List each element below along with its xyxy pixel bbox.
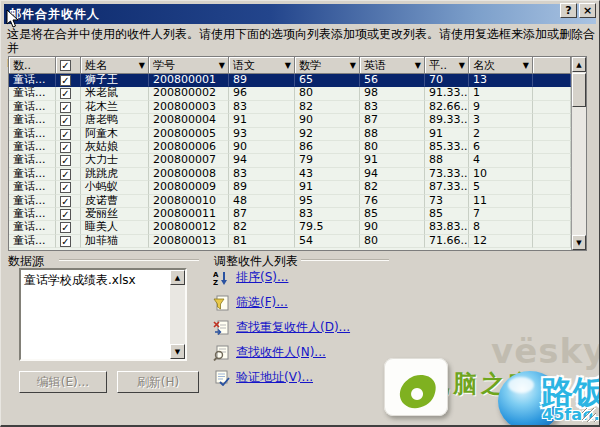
recipient-checkbox[interactable]: ✓: [60, 102, 71, 113]
cell-english: 88: [360, 128, 425, 141]
column-header-source[interactable]: 数..: [9, 57, 56, 74]
column-header-chinese[interactable]: 语文▼: [229, 57, 295, 74]
recipient-checkbox[interactable]: ✓: [60, 209, 71, 220]
select-all-checkbox[interactable]: ✓: [60, 60, 71, 71]
cell-chinese: 89: [229, 74, 295, 87]
scroll-up-icon[interactable]: ▲: [170, 270, 185, 285]
recipient-checkbox[interactable]: ✓: [60, 115, 71, 126]
column-header-english[interactable]: 英语▼: [360, 57, 425, 74]
recipient-checkbox[interactable]: ✓: [60, 222, 71, 233]
cell-id: 200800013: [149, 235, 229, 248]
table-row[interactable]: 童话...✓花木兰20080000383828382.66...9: [9, 101, 571, 114]
column-header-check[interactable]: ✓: [56, 57, 81, 74]
table-row[interactable]: 童话...✓爱丽丝200800011878385857: [9, 208, 571, 221]
cell-name: 米老鼠: [81, 87, 149, 100]
close-button[interactable]: ×: [579, 3, 596, 18]
recipient-checkbox[interactable]: ✓: [60, 169, 71, 180]
table-row[interactable]: 童话...✓狮子王2008000018965567013: [9, 74, 571, 87]
recipient-checkbox[interactable]: ✓: [60, 88, 71, 99]
cell-check: ✓: [56, 101, 81, 114]
cell-avg: 73: [425, 195, 469, 208]
cell-math: 92: [295, 128, 360, 141]
cell-math: 83: [295, 208, 360, 221]
cell-id: 200800001: [149, 74, 229, 87]
column-header-math[interactable]: 数学▼: [295, 57, 360, 74]
table-row[interactable]: 童话...✓皮诺曹2008000104895767311: [9, 195, 571, 208]
edit-button[interactable]: 编辑(E)...: [19, 371, 107, 393]
recipient-checkbox[interactable]: ✓: [60, 236, 71, 247]
listbox-scrollbar[interactable]: ▲ ▼: [170, 270, 185, 359]
refine-link-row: 查找收件人(N)...: [213, 340, 413, 365]
recipient-checkbox[interactable]: ✓: [60, 75, 71, 86]
recipient-checkbox[interactable]: ✓: [60, 142, 71, 153]
recipient-checkbox[interactable]: ✓: [60, 182, 71, 193]
cell-math: 80: [295, 87, 360, 100]
cell-math: 90: [295, 114, 360, 127]
table-row[interactable]: 童话...✓睡美人2008000128279.59083.83...8: [9, 221, 571, 234]
column-dropdown-icon[interactable]: ▼: [415, 61, 422, 70]
table-row[interactable]: 童话...✓米老鼠20080000296809891.33...1: [9, 87, 571, 100]
resize-grip[interactable]: [582, 408, 596, 422]
cell-english: 98: [360, 87, 425, 100]
column-header-avg[interactable]: 平..▼: [425, 57, 469, 74]
cell-id: 200800009: [149, 181, 229, 194]
refine-link[interactable]: 筛选(F)...: [236, 294, 288, 311]
cell-source: 童话...: [9, 128, 56, 141]
data-source-item[interactable]: 童话学校成绩表.xlsx: [24, 272, 167, 289]
column-dropdown-icon[interactable]: ▼: [219, 61, 226, 70]
column-dropdown-icon[interactable]: ▼: [523, 61, 530, 70]
recipient-checkbox[interactable]: ✓: [60, 129, 71, 140]
divider: [301, 259, 389, 261]
cell-english: 87: [360, 114, 425, 127]
table-row[interactable]: 童话...✓阿童木200800005939288912: [9, 128, 571, 141]
cell-avg: 89.33...: [425, 114, 469, 127]
cell-english: 56: [360, 74, 425, 87]
cell-avg: 71.66...: [425, 235, 469, 248]
cell-english: 90: [360, 221, 425, 234]
cell-check: ✓: [56, 87, 81, 100]
scroll-down-icon[interactable]: ▼: [170, 344, 185, 359]
data-source-listbox[interactable]: 童话学校成绩表.xlsx ▲ ▼: [19, 268, 187, 361]
table-vertical-scrollbar[interactable]: ▲ ▼: [571, 57, 586, 250]
cell-chinese: 93: [229, 128, 295, 141]
column-header-filler[interactable]: [533, 57, 571, 74]
refine-link[interactable]: 验证地址(V)...: [236, 369, 313, 386]
cell-source: 童话...: [9, 101, 56, 114]
table-row[interactable]: 童话...✓大力士200800007947991884: [9, 154, 571, 167]
recipient-checkbox[interactable]: ✓: [60, 196, 71, 207]
refine-link[interactable]: 查找重复收件人(D)...: [236, 319, 350, 336]
refine-link-row: 筛选(F)...: [213, 290, 413, 315]
table-header-row: 数..✓姓名▼学号▼语文▼数学▼英语▼平..▼名次▼: [9, 57, 571, 74]
refine-link[interactable]: 查找收件人(N)...: [236, 344, 326, 361]
scroll-up-icon[interactable]: ▲: [572, 57, 586, 72]
recipient-checkbox[interactable]: ✓: [60, 155, 71, 166]
table-row[interactable]: 童话...✓加菲猫20080001381548071.66...12: [9, 235, 571, 248]
cell-filler: [533, 87, 571, 100]
table-row[interactable]: 童话...✓跳跳虎20080000883439473.33...10: [9, 168, 571, 181]
scrollbar-thumb[interactable]: [572, 73, 586, 107]
cell-math: 54: [295, 235, 360, 248]
cell-source: 童话...: [9, 195, 56, 208]
column-header-rank[interactable]: 名次▼: [469, 57, 533, 74]
column-header-id[interactable]: 学号▼: [149, 57, 229, 74]
vesky-logo-tile: [384, 358, 448, 416]
dialog-title: 邮件合并收件人: [9, 6, 100, 23]
table-row[interactable]: 童话...✓小蚂蚁20080000989918287.33...5: [9, 181, 571, 194]
column-header-name[interactable]: 姓名▼: [81, 57, 149, 74]
help-button[interactable]: ?: [560, 3, 577, 18]
table-row[interactable]: 童话...✓唐老鸭20080000491908789.33...3: [9, 114, 571, 127]
cell-name: 跳跳虎: [81, 168, 149, 181]
column-dropdown-icon[interactable]: ▼: [459, 61, 466, 70]
refine-link-row: AZ排序(S)...: [213, 265, 413, 290]
scroll-down-icon[interactable]: ▼: [572, 235, 586, 250]
cell-check: ✓: [56, 74, 81, 87]
cell-name: 阿童木: [81, 128, 149, 141]
column-dropdown-icon[interactable]: ▼: [285, 61, 292, 70]
column-dropdown-icon[interactable]: ▼: [350, 61, 357, 70]
column-dropdown-icon[interactable]: ▼: [139, 61, 146, 70]
cell-filler: [533, 154, 571, 167]
refine-link[interactable]: 排序(S)...: [236, 269, 288, 286]
table-row[interactable]: 童话...✓灰姑娘20080000690868085.33...6: [9, 141, 571, 154]
refresh-button[interactable]: 刷新(H): [117, 371, 199, 393]
titlebar[interactable]: 邮件合并收件人: [4, 4, 596, 24]
